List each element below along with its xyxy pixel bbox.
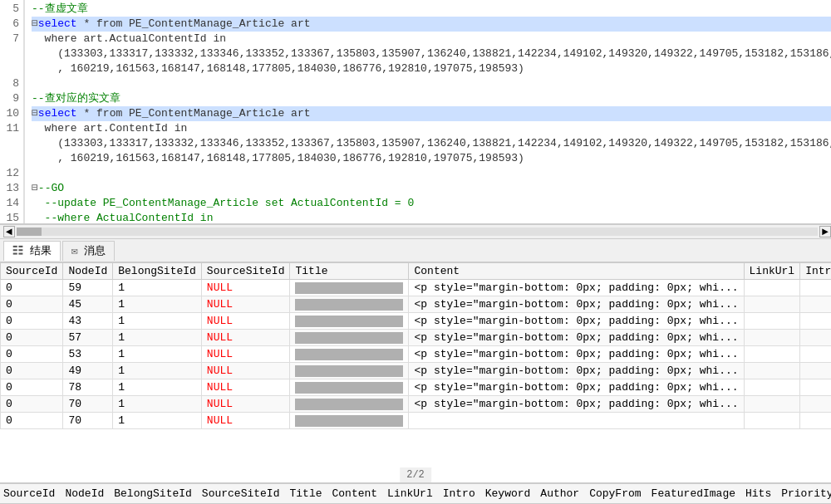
horizontal-scrollbar[interactable]: ◄ ► [0, 224, 831, 239]
cell-belongsiteid: 1 [113, 346, 202, 363]
code-line-7c: , 160219,161563,168147,168148,177805,184… [32, 61, 831, 76]
cell-intro [800, 363, 831, 379]
cell-content [409, 413, 744, 429]
cell-intro [800, 379, 831, 396]
cell-intro [800, 280, 831, 296]
cell-belongsiteid: 1 [113, 396, 202, 413]
cell-linkurl [744, 379, 800, 396]
bh-title: Title [289, 487, 322, 500]
cell-sourceid: 0 [1, 413, 63, 429]
cell-content: <p style="margin-bottom: 0px; padding: 0… [409, 363, 744, 379]
cell-title [290, 280, 409, 296]
cell-sourceid: 0 [1, 313, 63, 330]
cell-sourcesiteid: NULL [201, 413, 290, 429]
main-container: 5 6 7 8 9 10 11 12 13 14 15 --查虚文章 ⊟ [0, 0, 831, 504]
table-row: 0571NULL <p style="margin-bottom: 0px; p… [1, 330, 832, 346]
cell-nodeid: 78 [63, 379, 113, 396]
cell-nodeid: 70 [63, 413, 113, 429]
table-row: 0701NULL [1, 413, 832, 429]
cell-sourcesiteid: NULL [201, 280, 290, 296]
bh-sourceid: SourceId [3, 487, 55, 500]
cell-linkurl [744, 396, 800, 413]
table-row: 0431NULL <p style="margin-bottom: 0px; p… [1, 313, 832, 330]
cell-title [290, 346, 409, 363]
cell-sourcesiteid: NULL [201, 330, 290, 346]
cell-belongsiteid: 1 [113, 413, 202, 429]
cell-linkurl [744, 280, 800, 296]
cell-nodeid: 49 [63, 363, 113, 379]
cell-sourcesiteid: NULL [201, 296, 290, 313]
cell-nodeid: 59 [63, 280, 113, 296]
cell-content: <p style="margin-bottom: 0px; padding: 0… [409, 346, 744, 363]
col-nodeid: NodeId [63, 263, 113, 280]
bh-nodeid: NodeId [65, 487, 104, 500]
cell-sourceid: 0 [1, 346, 63, 363]
table-row: 0591NULL <p style="margin-bottom: 0px; p… [1, 280, 832, 296]
code-line-11: where art.ContentId in [32, 121, 831, 136]
bh-copyfrom: CopyFrom [589, 487, 641, 500]
cell-sourcesiteid: NULL [201, 346, 290, 363]
scroll-left-button[interactable]: ◄ [3, 226, 15, 237]
cell-sourceid: 0 [1, 330, 63, 346]
col-title: Title [290, 263, 409, 280]
col-sourcesiteid: SourceSiteId [201, 263, 290, 280]
cell-linkurl [744, 363, 800, 379]
cell-nodeid: 53 [63, 346, 113, 363]
code-line-15: --where ActualContentId in [32, 211, 831, 223]
cell-sourcesiteid: NULL [201, 396, 290, 413]
table-row: 0781NULL <p style="margin-bottom: 0px; p… [1, 379, 832, 396]
cell-content: <p style="margin-bottom: 0px; padding: 0… [409, 379, 744, 396]
cell-content: <p style="margin-bottom: 0px; padding: 0… [409, 280, 744, 296]
code-line-11b: (133303,133317,133332,133346,133352,1333… [32, 136, 831, 151]
tab-messages-label: 消息 [84, 245, 106, 257]
code-editor: 5 6 7 8 9 10 11 12 13 14 15 --查虚文章 ⊟ [0, 0, 831, 224]
cell-linkurl [744, 330, 800, 346]
cell-belongsiteid: 1 [113, 296, 202, 313]
table-container[interactable]: SourceId NodeId BelongSiteId SourceSiteI… [0, 262, 831, 482]
col-content: Content [409, 263, 744, 280]
tab-messages[interactable]: ✉ 消息 [62, 241, 116, 261]
bh-featuredimage: FeaturedImage [652, 487, 735, 500]
tab-results[interactable]: ☷ 结果 [3, 241, 61, 261]
cell-belongsiteid: 1 [113, 379, 202, 396]
code-line-13: ⊟--GO [32, 181, 831, 196]
cell-linkurl [744, 346, 800, 363]
cell-intro [800, 346, 831, 363]
cell-belongsiteid: 1 [113, 330, 202, 346]
scroll-track[interactable] [17, 228, 818, 236]
cell-title [290, 396, 409, 413]
cell-sourceid: 0 [1, 363, 63, 379]
code-content[interactable]: --查虚文章 ⊟select * from PE_ContentManage_A… [25, 0, 831, 223]
bh-keyword: Keyword [485, 487, 531, 500]
code-line-12 [32, 166, 831, 181]
tab-results-label: 结果 [30, 245, 52, 257]
cell-sourceid: 0 [1, 296, 63, 313]
cell-title [290, 313, 409, 330]
page-indicator: 2/2 [400, 467, 431, 482]
table-header-row: SourceId NodeId BelongSiteId SourceSiteI… [1, 263, 832, 280]
page-number: 2/2 [406, 469, 425, 481]
cell-content: <p style="margin-bottom: 0px; padding: 0… [409, 296, 744, 313]
bh-belongsiteid: BelongSiteId [114, 487, 192, 500]
col-intro: Intro [800, 263, 831, 280]
cell-content: <p style="margin-bottom: 0px; padding: 0… [409, 313, 744, 330]
scroll-thumb [17, 228, 42, 236]
msg-icon: ✉ [71, 245, 78, 257]
col-linkurl: LinkUrl [744, 263, 800, 280]
table-row: 0701NULL <p style="margin-bottom: 0px; p… [1, 396, 832, 413]
cell-linkurl [744, 413, 800, 429]
bh-linkurl: LinkUrl [387, 487, 433, 500]
cell-title [290, 413, 409, 429]
cell-intro [800, 396, 831, 413]
scroll-right-button[interactable]: ► [819, 226, 831, 237]
col-sourceid: SourceId [1, 263, 63, 280]
table-row: 0531NULL <p style="margin-bottom: 0px; p… [1, 346, 832, 363]
cell-intro [800, 313, 831, 330]
cell-nodeid: 70 [63, 396, 113, 413]
bh-sourcesiteid: SourceSiteId [202, 487, 280, 500]
bh-priority: Priority [781, 487, 831, 500]
bh-content: Content [332, 487, 378, 500]
cell-nodeid: 43 [63, 313, 113, 330]
code-line-7: where art.ActualContentId in [32, 32, 831, 46]
bh-intro: Intro [443, 487, 475, 500]
